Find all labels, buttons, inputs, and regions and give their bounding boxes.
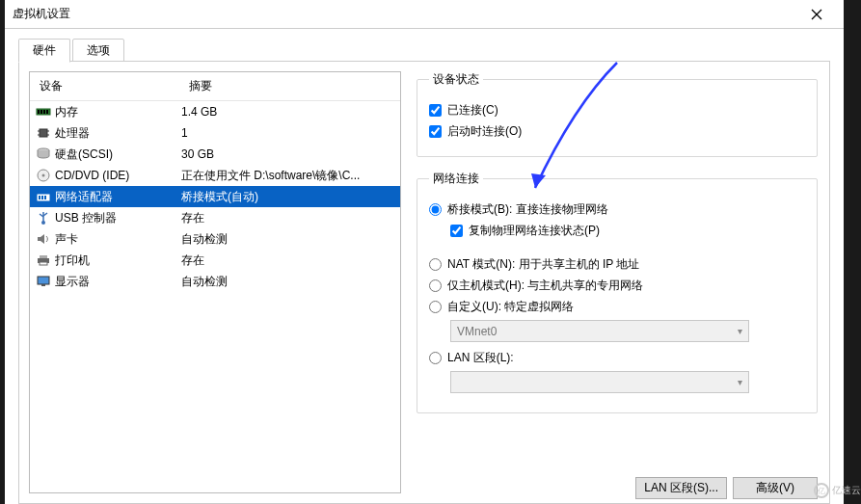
- cpu-icon: [34, 125, 53, 141]
- device-row-disk[interactable]: 硬盘(SCSI) 30 GB: [30, 144, 400, 165]
- device-row-sound[interactable]: 声卡 自动检测: [30, 228, 400, 250]
- watermark-icon: 亿: [814, 483, 829, 498]
- nat-radio[interactable]: [429, 258, 442, 271]
- lan-label: LAN 区段(L):: [447, 350, 514, 366]
- bridged-radio-row[interactable]: 桥接模式(B): 直接连接物理网络: [429, 201, 805, 218]
- watermark: 亿 亿速云: [814, 483, 861, 498]
- custom-radio[interactable]: [429, 301, 442, 313]
- bridged-radio[interactable]: [429, 203, 442, 216]
- memory-icon: [34, 104, 53, 119]
- chevron-down-icon: ▾: [738, 377, 742, 387]
- usb-icon: [34, 210, 53, 225]
- svg-rect-5: [43, 110, 45, 114]
- advanced-button[interactable]: 高级(V): [733, 477, 818, 499]
- nat-label: NAT 模式(N): 用于共享主机的 IP 地址: [447, 256, 639, 273]
- chevron-down-icon: ▾: [738, 326, 742, 336]
- replicate-label: 复制物理网络连接状态(P): [469, 223, 600, 239]
- svg-rect-28: [41, 284, 45, 286]
- bridged-label: 桥接模式(B): 直接连接物理网络: [447, 201, 608, 218]
- svg-rect-18: [44, 196, 46, 199]
- connected-checkbox[interactable]: [429, 104, 442, 117]
- monitor-icon: [34, 274, 53, 289]
- custom-label: 自定义(U): 特定虚拟网络: [447, 299, 574, 315]
- svg-point-14: [42, 174, 45, 177]
- col-device: 设备: [30, 72, 179, 100]
- replicate-checkbox-row[interactable]: 复制物理网络连接状态(P): [450, 223, 805, 239]
- tab-options[interactable]: 选项: [72, 39, 124, 63]
- connect-poweron-checkbox-row[interactable]: 启动时连接(O): [429, 123, 805, 140]
- lan-radio[interactable]: [429, 352, 442, 364]
- hostonly-label: 仅主机模式(H): 与主机共享的专用网络: [447, 278, 643, 294]
- device-status-group: 设备状态 已连接(C) 启动时连接(O): [417, 71, 818, 157]
- tab-hardware[interactable]: 硬件: [18, 39, 70, 63]
- connect-poweron-label: 启动时连接(O): [447, 123, 522, 140]
- custom-radio-row[interactable]: 自定义(U): 特定虚拟网络: [429, 299, 805, 315]
- nat-radio-row[interactable]: NAT 模式(N): 用于共享主机的 IP 地址: [429, 256, 805, 273]
- svg-marker-23: [38, 234, 44, 244]
- svg-rect-25: [40, 255, 47, 258]
- device-row-cpu[interactable]: 处理器 1: [30, 122, 400, 144]
- device-row-monitor[interactable]: 显示器 自动检测: [30, 271, 400, 292]
- device-list: 设备 摘要 内存 1.4 GB 处理器 1: [29, 71, 401, 493]
- svg-rect-6: [46, 110, 48, 114]
- window-title: 虚拟机设置: [13, 6, 797, 22]
- device-row-usb[interactable]: USB 控制器 存在: [30, 207, 400, 228]
- network-icon: [34, 189, 53, 204]
- device-list-header: 设备 摘要: [30, 72, 400, 101]
- svg-rect-17: [41, 196, 43, 199]
- close-button[interactable]: [797, 0, 836, 29]
- close-icon: [811, 9, 822, 20]
- hostonly-radio-row[interactable]: 仅主机模式(H): 与主机共享的专用网络: [429, 278, 805, 294]
- tabs: 硬件 选项: [18, 39, 830, 62]
- network-connection-group: 网络连接 桥接模式(B): 直接连接物理网络 复制物理网络连接状态(P) NAT…: [417, 171, 818, 413]
- tab-panel: 设备 摘要 内存 1.4 GB 处理器 1: [18, 61, 830, 504]
- cd-icon: [34, 168, 53, 183]
- lan-segments-button[interactable]: LAN 区段(S)...: [635, 477, 727, 499]
- svg-rect-16: [39, 196, 40, 199]
- watermark-text: 亿速云: [832, 484, 861, 497]
- device-row-memory[interactable]: 内存 1.4 GB: [30, 101, 400, 122]
- titlebar: 虚拟机设置: [5, 0, 844, 29]
- svg-rect-27: [38, 277, 49, 284]
- custom-network-dropdown: VMnet0 ▾: [450, 320, 749, 342]
- sound-icon: [34, 231, 53, 247]
- printer-icon: [34, 252, 53, 268]
- svg-rect-7: [40, 129, 47, 137]
- connected-checkbox-row[interactable]: 已连接(C): [429, 102, 805, 119]
- network-legend: 网络连接: [429, 171, 483, 187]
- replicate-checkbox[interactable]: [450, 225, 463, 237]
- custom-network-value: VMnet0: [457, 325, 497, 338]
- col-summary: 摘要: [179, 72, 400, 100]
- device-status-legend: 设备状态: [429, 71, 483, 88]
- lan-segment-dropdown: ▾: [450, 371, 749, 393]
- device-row-network[interactable]: 网络适配器 桥接模式(自动): [30, 186, 400, 207]
- hostonly-radio[interactable]: [429, 279, 442, 292]
- svg-rect-26: [40, 262, 47, 265]
- svg-rect-4: [40, 110, 42, 114]
- device-row-cddvd[interactable]: CD/DVD (IDE) 正在使用文件 D:\software\镜像\C...: [30, 165, 400, 186]
- device-row-printer[interactable]: 打印机 存在: [30, 250, 400, 271]
- connect-poweron-checkbox[interactable]: [429, 125, 442, 138]
- connected-label: 已连接(C): [447, 102, 498, 119]
- lan-radio-row[interactable]: LAN 区段(L):: [429, 350, 805, 366]
- disk-icon: [34, 146, 53, 162]
- svg-rect-3: [38, 110, 40, 114]
